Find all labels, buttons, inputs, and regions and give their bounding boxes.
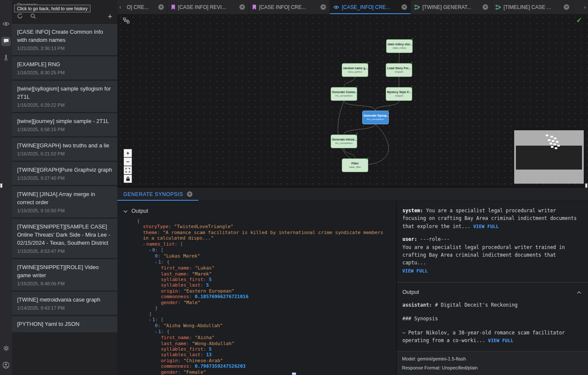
node-subtitle: llm_completion [363, 117, 388, 121]
prompts-sidebar: Prompts Click to go back, hold to see hi… [12, 0, 117, 375]
graph-node[interactable]: random name g...exec_python✓ [342, 63, 368, 77]
prompt-title: [TWINE][GRAPH} two truths and a lie [17, 141, 112, 149]
rail-item-prompts[interactable] [1, 37, 11, 46]
refresh-button[interactable] [17, 13, 23, 21]
node-success-check-icon: ✓ [410, 61, 413, 65]
list-item[interactable]: [TWINE][GRAPH]Pure Graphviz graph1/15/20… [12, 162, 117, 185]
prompt-timestamp: 1/15/2025, 9:27:40 PM [17, 176, 112, 181]
json-line: first_name: "Lukas" [137, 265, 390, 271]
branch-icon [414, 5, 420, 10]
graph-node[interactable]: Generate Introd...llm_completion✓ [331, 135, 357, 148]
json-output-pane: Output {storyType: "TwistedLoveTriangle"… [117, 201, 397, 375]
collapse-arrow-icon[interactable]: ▾ [155, 330, 157, 334]
collapse-arrow-icon[interactable]: ▾ [149, 318, 151, 322]
add-prompt-button[interactable]: + [108, 14, 112, 20]
completion-output-header[interactable]: Output [397, 283, 588, 301]
rail-item-account[interactable] [1, 361, 11, 371]
list-item[interactable]: [TWINE][SNIPPET][ROLE] Video game writer… [12, 259, 117, 290]
splitter-grip-bottom[interactable] [292, 372, 296, 375]
flow-layout-icon[interactable] [123, 18, 130, 25]
json-line: commonness: 0.18576966276721016 [137, 294, 390, 299]
eye-icon [333, 5, 339, 9]
json-line: gender: "Female" [137, 369, 390, 375]
rail-item-experiments[interactable] [1, 54, 11, 63]
tab-close-icon[interactable]: ✕ [483, 4, 488, 10]
splitter-grip-right[interactable] [585, 183, 588, 188]
eye-icon [3, 21, 9, 28]
tab-generate-synopsis[interactable]: GENERATE SYNOPSIS ✕ [117, 188, 198, 201]
canvas-controls: + − [124, 149, 132, 183]
list-item[interactable]: [TWINE][GRAPH} two truths and a lie1/16/… [12, 138, 117, 161]
minimap[interactable] [514, 130, 584, 184]
json-line: } [137, 305, 390, 311]
rail-item-preview[interactable] [1, 20, 11, 29]
list-item[interactable]: [EXAMPLE] RNG1/16/2025, 8:30:25 PM [12, 56, 117, 79]
tab-close-icon[interactable]: ✕ [158, 4, 164, 10]
splitter-grip-left[interactable] [0, 183, 3, 188]
collapse-arrow-icon[interactable]: ▾ [155, 261, 157, 264]
tab-close-icon[interactable]: ✕ [239, 4, 245, 10]
node-title: random name g... [342, 66, 368, 70]
node-subtitle: llm_completion [331, 141, 357, 145]
lock-button[interactable] [124, 175, 132, 183]
tab-close-icon[interactable]: ✕ [320, 4, 326, 10]
account-icon [3, 362, 9, 370]
tab[interactable]: [TWINE] GENERAT...✕ [411, 0, 492, 14]
list-item[interactable]: [TWINE] metroidvania case graph1/14/2025… [12, 292, 117, 315]
prompt-title: [twine][syllogism] sample syllogism for … [17, 85, 112, 101]
completion-output-label: Output [402, 288, 419, 297]
graph-node[interactable]: state mikey stor...state_mikey✓ [386, 39, 413, 53]
bottom-tab-close-icon[interactable]: ✕ [187, 191, 192, 197]
list-item[interactable]: [TWINE] [JINJA] Array merge in correct o… [12, 186, 117, 217]
tab[interactable]: [CASE INFO] CRE...✕ [249, 0, 330, 14]
list-item[interactable]: [CASE INFO] Create Common Info with rand… [12, 24, 117, 55]
graph-node[interactable]: Generate Comm...llm_completion✓ [331, 87, 357, 101]
history-tooltip: Click to go back, hold to see history [14, 5, 90, 12]
tabs-scroll-left-icon[interactable]: ‹ [117, 0, 123, 14]
tab[interactable]: [TIMELINE] CASE ...✕ [492, 0, 573, 14]
fit-view-button[interactable] [124, 166, 132, 174]
zoom-in-button[interactable]: + [124, 149, 132, 157]
rail-item-settings[interactable] [1, 344, 11, 354]
graph-node[interactable]: Mystery Style F...snippet✓ [386, 87, 412, 101]
tabs-scroll-right-icon[interactable]: › [582, 0, 588, 14]
prompt-title: [TWINE][SNIPPET][ROLE] Video game writer [17, 263, 112, 279]
tab-label: [CASE_INFO] CRE... [342, 4, 399, 10]
output-collapse-header[interactable]: Output [117, 201, 396, 218]
list-item[interactable]: [twine][journey] simple sample - 2T1L1/1… [12, 113, 117, 136]
node-success-check-icon: ✓ [410, 37, 413, 41]
graph-node[interactable]: Load Story For...snippet✓ [386, 63, 412, 77]
view-full-link[interactable]: VIEW FULL [402, 268, 428, 273]
output-pane-label: Output [131, 208, 148, 214]
prompt-timestamp: 1/14/2025, 9:43:17 PM [17, 305, 112, 311]
zoom-out-button[interactable]: − [124, 158, 132, 166]
chevron-up-icon[interactable] [577, 288, 581, 297]
tab[interactable]: [CASE_INFO] CRE...✕ [330, 0, 411, 14]
list-item[interactable]: [twine][syllogism] sample syllogism for … [12, 81, 117, 112]
graph-canvas[interactable]: ✓ state mikey stor...state_mikey✓random … [117, 14, 588, 187]
json-line: syllables_last: 5 [137, 282, 390, 288]
system-message: system: You are a specialist legal proce… [402, 207, 582, 230]
assistant-subheading: ### Synopsis [402, 315, 582, 322]
collapse-arrow-icon[interactable]: ▾ [149, 249, 151, 252]
tab-close-icon[interactable]: ✕ [564, 4, 569, 10]
collapse-arrow-icon[interactable]: ▾ [143, 243, 145, 246]
app-window: Prompts Click to go back, hold to see hi… [0, 0, 588, 375]
view-full-link[interactable]: VIEW FULL [473, 224, 499, 229]
tab-close-icon[interactable]: ✕ [402, 4, 407, 10]
prompt-title: [EXAMPLE] RNG [17, 60, 112, 68]
assistant-message: assistant: # Digital Deceit's Reckoning … [397, 301, 588, 351]
view-full-link[interactable]: VIEW FULL [488, 338, 514, 343]
minimap-viewport [516, 146, 582, 170]
graph-node[interactable]: Filterstate_filter✓ [342, 158, 368, 172]
graph-node[interactable]: Generate Synop...llm_completion✓ [362, 111, 389, 124]
user-role-line: ---role--- [417, 236, 450, 242]
tab[interactable]: [CASE INFO] REVI...✕ [168, 0, 249, 14]
list-item[interactable]: [TWINE][SNIPPET][SAMPLE CASE] Online Thr… [12, 219, 117, 258]
prompt-timestamp: 1/16/2025, 6:29:22 PM [17, 103, 112, 108]
search-button[interactable] [30, 13, 36, 21]
model-line: Model: gemini/gemini-1.5-flash [402, 354, 583, 363]
branch-icon [495, 5, 501, 10]
tab[interactable]: O] CRE...✕ [123, 0, 168, 14]
list-item[interactable]: [PYTHON] Yaml to JSON [12, 316, 117, 332]
